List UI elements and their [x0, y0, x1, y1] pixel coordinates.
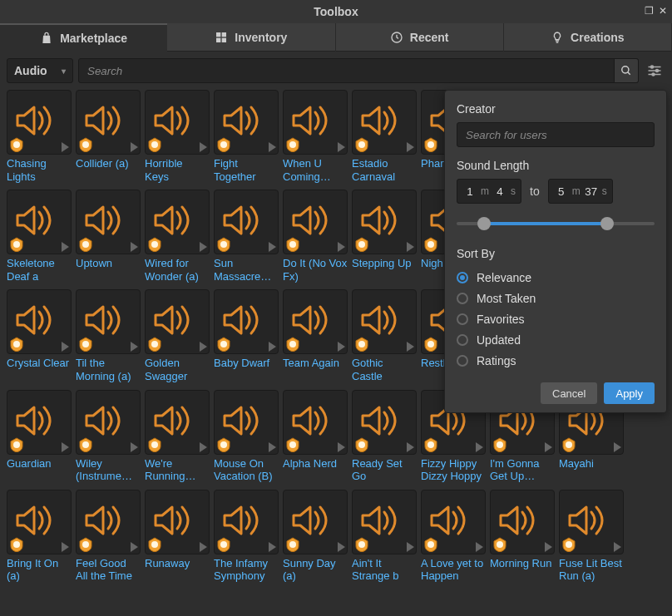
tile-thumb[interactable]	[283, 390, 348, 455]
tile-thumb[interactable]	[214, 390, 279, 455]
tile-thumb[interactable]	[214, 289, 279, 354]
to-min-input[interactable]	[554, 185, 569, 198]
play-icon[interactable]	[62, 242, 69, 252]
audio-tile[interactable]: Gothic Castle	[352, 289, 417, 382]
play-icon[interactable]	[269, 342, 276, 352]
audio-tile[interactable]: Collider (a)	[76, 90, 141, 183]
play-icon[interactable]	[62, 442, 69, 452]
audio-tile[interactable]: Guardian	[7, 390, 72, 483]
length-from-box[interactable]: m s	[457, 179, 521, 204]
play-icon[interactable]	[131, 142, 138, 152]
tile-label[interactable]: Ain't It Strange b	[352, 557, 417, 583]
tile-label[interactable]: Fuse Lit Best Run (a)	[559, 557, 624, 583]
play-icon[interactable]	[200, 142, 207, 152]
audio-tile[interactable]: Baby Dwarf	[214, 289, 279, 382]
tile-thumb[interactable]	[490, 490, 555, 554]
tab-marketplace[interactable]: Marketplace	[0, 23, 167, 52]
tile-label[interactable]: I'm Gonna Get Up…	[490, 457, 555, 483]
audio-tile[interactable]: Skeletone Deaf a	[7, 190, 72, 283]
category-dropdown[interactable]: Audio ▾	[7, 58, 73, 83]
play-icon[interactable]	[407, 342, 414, 352]
tile-label[interactable]: Wired for Wonder (a)	[145, 257, 210, 283]
play-icon[interactable]	[269, 142, 276, 152]
play-icon[interactable]	[200, 342, 207, 352]
tile-thumb[interactable]	[7, 289, 72, 354]
play-icon[interactable]	[545, 542, 552, 552]
audio-tile[interactable]: Wired for Wonder (a)	[145, 190, 210, 283]
play-icon[interactable]	[338, 442, 345, 452]
tile-label[interactable]: Skeletone Deaf a	[7, 257, 72, 283]
tile-thumb[interactable]	[352, 90, 417, 155]
apply-button[interactable]: Apply	[604, 382, 655, 404]
audio-tile[interactable]: Fight Together	[214, 90, 279, 183]
tile-thumb[interactable]	[145, 90, 210, 155]
play-icon[interactable]	[269, 242, 276, 252]
play-icon[interactable]	[131, 442, 138, 452]
tile-thumb[interactable]	[76, 289, 141, 354]
tile-thumb[interactable]	[352, 490, 417, 554]
play-icon[interactable]	[338, 142, 345, 152]
tile-label[interactable]: Bring It On (a)	[7, 557, 72, 583]
play-icon[interactable]	[338, 242, 345, 252]
tile-thumb[interactable]	[214, 90, 279, 155]
audio-tile[interactable]: Bring It On (a)	[7, 490, 72, 583]
tile-thumb[interactable]	[283, 90, 348, 155]
play-icon[interactable]	[407, 242, 414, 252]
play-icon[interactable]	[338, 542, 345, 552]
play-icon[interactable]	[614, 442, 621, 452]
audio-tile[interactable]: Runaway	[145, 490, 210, 583]
tile-label[interactable]: Feel Good All the Time	[76, 557, 141, 583]
tile-label[interactable]: Mayahi	[559, 457, 624, 471]
audio-tile[interactable]: Alpha Nerd	[283, 390, 348, 483]
tile-thumb[interactable]	[145, 490, 210, 554]
play-icon[interactable]	[131, 242, 138, 252]
play-icon[interactable]	[545, 442, 552, 452]
audio-tile[interactable]: Ready Set Go	[352, 390, 417, 483]
tile-thumb[interactable]	[76, 490, 141, 554]
tile-label[interactable]: Horrible Keys	[145, 157, 210, 183]
from-min-input[interactable]	[462, 185, 477, 198]
audio-tile[interactable]: Chasing Lights	[7, 90, 72, 183]
tile-label[interactable]: Guardian	[7, 457, 72, 471]
audio-tile[interactable]: When U Coming…	[283, 90, 348, 183]
audio-tile[interactable]: Fuse Lit Best Run (a)	[559, 490, 624, 583]
tile-label[interactable]: Golden Swagger	[145, 357, 210, 382]
play-icon[interactable]	[476, 442, 483, 452]
tile-thumb[interactable]	[214, 490, 279, 554]
audio-tile[interactable]: A Love yet to Happen	[421, 490, 486, 583]
sort-option-ratings[interactable]: Ratings	[457, 350, 655, 371]
tile-thumb[interactable]	[145, 190, 210, 254]
play-icon[interactable]	[614, 542, 621, 552]
audio-tile[interactable]: The Infamy Symphony	[214, 490, 279, 583]
tile-label[interactable]: Fizzy Hippy Dizzy Hoppy	[421, 457, 486, 483]
tile-label[interactable]: Collider (a)	[76, 157, 141, 170]
play-icon[interactable]	[62, 542, 69, 552]
tile-label[interactable]: Ready Set Go	[352, 457, 417, 483]
sort-option-updated[interactable]: Updated	[457, 329, 655, 350]
tile-thumb[interactable]	[145, 390, 210, 455]
tile-label[interactable]: A Love yet to Happen	[421, 557, 486, 583]
to-sec-input[interactable]	[584, 185, 599, 198]
tile-label[interactable]: Uptown	[76, 257, 141, 270]
tile-thumb[interactable]	[76, 90, 141, 155]
tile-label[interactable]: Sun Massacre…	[214, 257, 279, 283]
tile-thumb[interactable]	[7, 390, 72, 455]
tile-label[interactable]: Mouse On Vacation (B)	[214, 457, 279, 483]
from-sec-input[interactable]	[492, 185, 507, 198]
audio-tile[interactable]: We're Running…	[145, 390, 210, 483]
length-to-box[interactable]: m s	[548, 179, 613, 204]
audio-tile[interactable]: Morning Run	[490, 490, 555, 583]
tile-thumb[interactable]	[283, 190, 348, 254]
tile-label[interactable]: Alpha Nerd	[283, 457, 348, 471]
tile-thumb[interactable]	[352, 390, 417, 455]
tile-label[interactable]: The Infamy Symphony	[214, 557, 279, 583]
play-icon[interactable]	[407, 142, 414, 152]
audio-tile[interactable]: Stepping Up	[352, 190, 417, 283]
tile-label[interactable]: Team Again	[283, 357, 348, 370]
tile-thumb[interactable]	[76, 190, 141, 254]
tile-thumb[interactable]	[76, 390, 141, 455]
tile-label[interactable]: Chasing Lights	[7, 157, 72, 183]
play-icon[interactable]	[407, 542, 414, 552]
audio-tile[interactable]: Wiley (Instrume…	[76, 390, 141, 483]
tile-thumb[interactable]	[559, 490, 624, 554]
